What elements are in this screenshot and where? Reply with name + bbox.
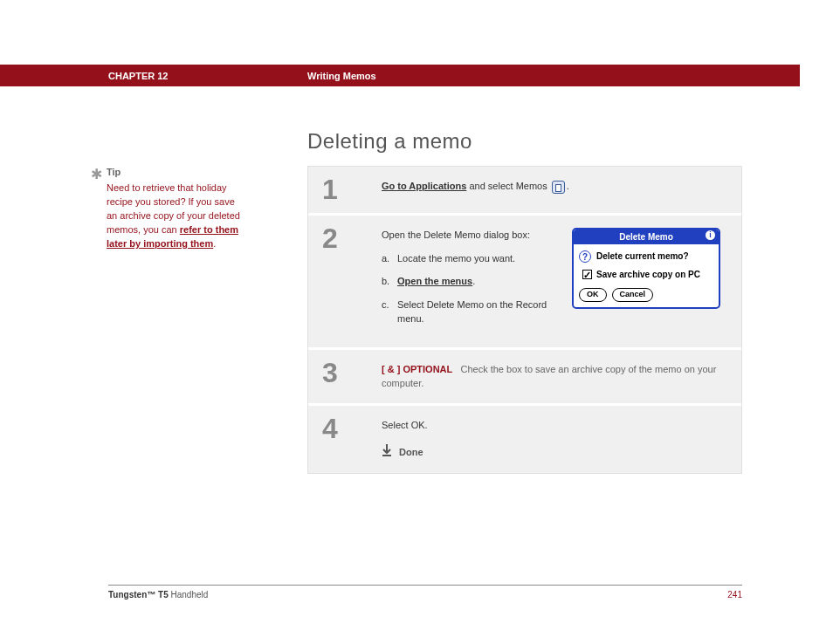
page-footer: Tungsten™ T5 Handheld 241 <box>108 590 742 599</box>
archive-label: Save archive copy on PC <box>596 268 700 281</box>
step-number: 3 <box>308 350 369 403</box>
page-number: 241 <box>727 590 742 599</box>
tip-callout: ✱ Tip Need to retrieve that holiday reci… <box>91 166 248 251</box>
open-menus-link[interactable]: Open the menus <box>397 276 472 286</box>
asterisk-icon: ✱ <box>91 164 102 184</box>
step-content: Go to Applications and select Memos . <box>369 167 741 213</box>
footer-rule <box>108 585 742 586</box>
step-content: [ & ] OPTIONAL Check the box to save an … <box>369 350 741 403</box>
step-row: 2 Open the Delete Memo dialog box: a.Loc… <box>308 216 741 350</box>
down-arrow-icon <box>382 444 392 461</box>
product-name: Tungsten™ T5 Handheld <box>108 590 208 599</box>
chapter-label: CHAPTER 12 <box>108 71 307 81</box>
step-number: 4 <box>308 406 369 473</box>
ok-button[interactable]: OK <box>579 288 607 302</box>
sub-steps: a.Locate the memo you want. b.Open the m… <box>382 251 563 326</box>
step-row: 1 Go to Applications and select Memos . <box>308 167 741 216</box>
section-label: Writing Memos <box>307 71 376 81</box>
question-icon: ? <box>579 250 591 263</box>
step-content: Select OK. Done <box>369 406 741 473</box>
dialog-question: Delete current memo? <box>596 250 689 263</box>
archive-checkbox[interactable] <box>582 270 592 279</box>
step-number: 1 <box>308 167 369 213</box>
step-number: 2 <box>308 216 369 347</box>
applications-link[interactable]: Go to Applications <box>382 181 466 191</box>
page-title: Deleting a memo <box>307 129 472 154</box>
steps-table: 1 Go to Applications and select Memos . … <box>307 166 742 474</box>
dialog-title: Delete Memo i <box>574 230 719 244</box>
info-icon[interactable]: i <box>706 230 715 240</box>
chapter-header: CHAPTER 12 Writing Memos <box>0 65 800 86</box>
memos-icon <box>552 181 565 194</box>
step-content: Open the Delete Memo dialog box: a.Locat… <box>369 216 741 347</box>
delete-memo-dialog: Delete Memo i ? Delete current memo? Sav… <box>572 228 720 309</box>
step-row: 4 Select OK. Done <box>308 406 741 473</box>
tip-heading: Tip <box>107 166 248 180</box>
done-indicator: Done <box>382 444 729 461</box>
tip-text: Need to retrieve that holiday recipe you… <box>107 182 248 251</box>
step-row: 3 [ & ] OPTIONAL Check the box to save a… <box>308 350 741 406</box>
optional-tag: [ & ] OPTIONAL <box>382 364 452 374</box>
cancel-button[interactable]: Cancel <box>612 288 654 302</box>
